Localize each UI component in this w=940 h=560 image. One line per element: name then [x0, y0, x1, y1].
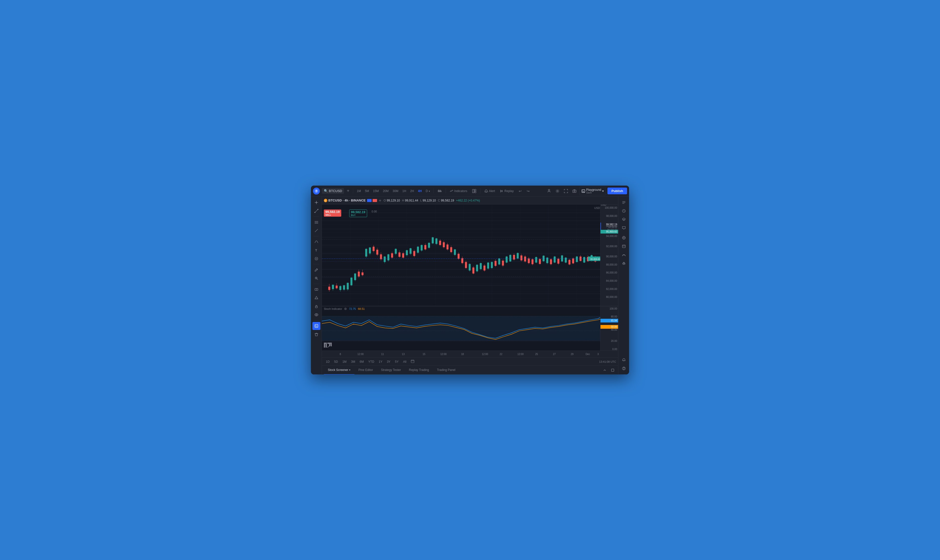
svg-rect-108 [395, 249, 397, 254]
tf-1h[interactable]: 1H [401, 189, 408, 194]
signals-button[interactable] [620, 251, 628, 258]
tf-d[interactable]: D ▾ [424, 189, 431, 194]
svg-rect-229 [411, 360, 414, 363]
tf-5y[interactable]: 5Y [393, 359, 401, 364]
tool-sep-3 [313, 264, 319, 265]
data-window-button[interactable] [620, 259, 628, 267]
symbol-text: BTCUSD [329, 189, 342, 193]
tab-replay-trading[interactable]: Replay Trading [405, 366, 433, 375]
add-symbol-button[interactable]: + [345, 188, 351, 194]
tf-1d[interactable]: 1D [324, 359, 331, 364]
tf-3m[interactable]: 3M [349, 359, 357, 364]
alerts-button[interactable] [620, 207, 628, 215]
time-12-2: 12:00 [441, 353, 447, 355]
svg-rect-128 [432, 237, 434, 243]
tf-30m[interactable]: 30M [391, 189, 400, 194]
tf-3y[interactable]: 3Y [385, 359, 393, 364]
tf-1m[interactable]: 1M [341, 359, 349, 364]
camera-button[interactable] [571, 188, 578, 195]
chart-area: ₿ BTCUSD · 4h · BINANCE O 99,129.10 H 99… [322, 197, 618, 374]
time-axis: 8 12:00 11 13 15 12:00 18 12:00 22 12:00… [322, 351, 618, 357]
layout-button[interactable] [470, 188, 478, 194]
notification-bell-button[interactable] [620, 356, 628, 364]
tf-ytd[interactable]: YTD [366, 359, 376, 364]
svg-rect-210 [583, 257, 585, 263]
price-82k: 82,000.00 [606, 288, 617, 291]
help-button[interactable] [620, 365, 628, 372]
bottom-tab-controls [601, 367, 616, 374]
svg-rect-172 [513, 255, 515, 260]
tab-stock-screener[interactable]: Stock Screener ▾ [324, 366, 354, 375]
settings-button[interactable] [554, 188, 561, 195]
indicators-button[interactable]: Indicators [448, 188, 469, 194]
calendar-icon-btn[interactable] [409, 359, 416, 365]
ideas-button[interactable] [620, 224, 628, 232]
undo-button[interactable]: ↩ [517, 188, 524, 195]
playground-button[interactable]: Playground Save ▾ [579, 187, 606, 195]
symbol-search[interactable]: 🔍 BTCUSD [322, 188, 344, 194]
svg-rect-76 [336, 285, 338, 288]
svg-rect-144 [461, 258, 463, 263]
diagonal-tool[interactable] [313, 226, 321, 235]
tf-4h[interactable]: 4H [416, 189, 423, 194]
tf-15m[interactable]: 15M [371, 189, 380, 194]
notification-button[interactable] [546, 188, 553, 195]
alert-button[interactable]: Alert [482, 188, 497, 194]
target-button[interactable] [620, 234, 628, 242]
tf-5m[interactable]: 5M [364, 189, 371, 194]
bottom-expand-button[interactable] [609, 367, 616, 374]
svg-rect-86 [354, 274, 356, 280]
tf-2h[interactable]: 2H [408, 189, 415, 194]
tf-6m[interactable]: 6M [358, 359, 366, 364]
candlestick-chart[interactable]: 95,869.60 [322, 205, 600, 306]
svg-rect-104 [387, 254, 390, 260]
layers-button[interactable] [620, 215, 628, 223]
svg-rect-190 [546, 258, 548, 263]
bottom-collapse-button[interactable] [601, 367, 608, 374]
emoji-tool[interactable] [313, 255, 321, 263]
ohlc-data: O 99,129.10 H 99,911.44 L 99,129.10 C 99… [384, 199, 480, 202]
fullscreen-button[interactable] [562, 188, 569, 195]
replay-button[interactable]: Replay [498, 188, 516, 194]
horizontal-line-tool[interactable] [313, 218, 321, 226]
text-tool[interactable]: T [313, 246, 321, 254]
line-tool[interactable] [313, 207, 321, 215]
tab-trading-panel[interactable]: Trading Panel [433, 366, 459, 375]
visibility-tool[interactable] [313, 311, 321, 319]
calendar-sidebar-button[interactable] [620, 242, 628, 250]
curve-tool[interactable] [313, 238, 321, 246]
time-18: 18 [461, 353, 464, 355]
svg-rect-194 [554, 257, 556, 263]
chart-type-button[interactable] [436, 188, 444, 194]
lock-tool[interactable] [313, 302, 321, 310]
tf-all[interactable]: All [401, 359, 408, 364]
svg-rect-186 [539, 259, 541, 264]
search-icon: 🔍 [324, 189, 328, 193]
tf-5d[interactable]: 5D [332, 359, 340, 364]
crosshair-tool[interactable] [313, 198, 321, 206]
tradingview-logo [324, 343, 332, 349]
svg-rect-182 [532, 259, 533, 265]
tv-logo[interactable]: T [313, 188, 320, 195]
redo-button[interactable]: ↪ [525, 188, 532, 195]
tf-1y[interactable]: 1Y [377, 359, 385, 364]
playground-label: Playground [586, 188, 601, 192]
watchlist-button[interactable] [620, 198, 628, 206]
tf-1m[interactable]: 1M [355, 189, 362, 194]
measure-tool[interactable] [313, 294, 321, 302]
pencil-tool[interactable] [313, 266, 321, 274]
svg-rect-130 [435, 238, 438, 244]
tab-strategy-tester[interactable]: Strategy Tester [377, 366, 405, 375]
publish-button[interactable]: Publish [607, 188, 627, 194]
trash-tool[interactable] [313, 331, 321, 338]
range-tool[interactable] [313, 285, 321, 294]
pine-script-tool[interactable] [313, 322, 321, 330]
svg-rect-245 [623, 245, 625, 248]
indicators-label: Indicators [455, 189, 467, 193]
main-chart[interactable]: 99,582.19 SELL 99,582.19 BUY 0.00 USD [322, 205, 618, 306]
stoch-k-value: 72.75 [349, 307, 356, 310]
zoom-tool[interactable] [313, 274, 321, 282]
svg-rect-164 [498, 258, 500, 265]
tab-pine-editor[interactable]: Pine Editor [354, 366, 377, 375]
tf-20m[interactable]: 20M [381, 189, 390, 194]
